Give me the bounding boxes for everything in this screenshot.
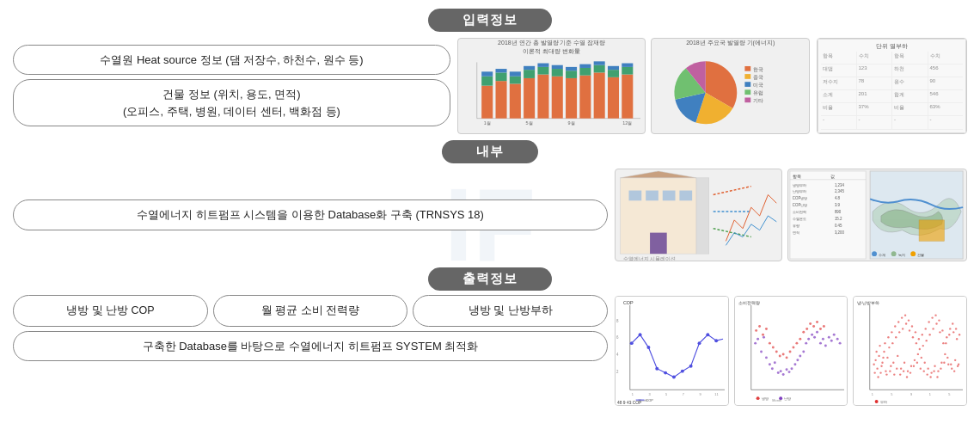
svg-point-140 [805,342,807,345]
svg-text:수계: 수계 [879,253,885,257]
input-badge: 입력정보 [428,9,552,32]
svg-point-138 [799,354,801,357]
svg-point-266 [928,321,930,322]
svg-point-109 [672,376,676,379]
svg-rect-43 [745,82,751,87]
svg-text:부하: 부하 [880,400,887,404]
svg-point-142 [811,334,813,336]
svg-point-202 [905,322,907,324]
svg-point-248 [897,321,899,322]
svg-point-230 [952,331,954,333]
svg-text:중국: 중국 [753,74,763,79]
svg-point-212 [922,345,924,347]
svg-text:수열에너지 시뮬레이션: 수열에너지 시뮬레이션 [622,256,676,261]
svg-point-262 [922,334,923,335]
svg-rect-33 [622,66,633,74]
svg-point-134 [787,371,790,373]
svg-point-129 [773,361,775,364]
svg-point-111 [689,365,693,368]
svg-point-108 [664,371,667,375]
svg-point-132 [781,373,784,376]
svg-text:냉·난방부하: 냉·난방부하 [857,301,879,305]
svg-point-246 [894,325,896,327]
svg-point-177 [779,396,782,400]
svg-point-124 [760,351,763,353]
svg-rect-16 [537,63,548,66]
svg-point-186 [879,355,880,357]
svg-rect-24 [579,67,591,75]
input-section: 입력정보 수열원 Heat source 정보 (댐 저장수, 하천수, 원수 … [13,9,967,135]
svg-rect-51 [696,178,709,254]
svg-text:3,200: 3,200 [835,230,845,235]
svg-point-160 [778,354,781,357]
svg-point-169 [809,322,812,325]
svg-text:유럽: 유럽 [753,90,763,95]
svg-point-128 [770,367,773,370]
svg-rect-82 [919,220,944,242]
svg-rect-11 [524,77,535,118]
svg-text:1월: 1월 [484,120,491,126]
svg-point-232 [956,338,958,340]
svg-point-222 [939,331,940,333]
pie-chart: 2018년 주요국 발열량 기(에너지) 한국 [651,38,810,134]
table-content: 단위 열부하 항목 수치 항목 수치 대댐123하천456 저수지78원수90 … [818,39,966,133]
svg-text:9월: 9월 [568,120,575,126]
svg-point-189 [883,351,885,353]
svg-point-87 [911,251,916,256]
svg-point-172 [819,328,822,330]
input-right-images: 2018년 연간 총 발열량 기준 수열 잠재량이론적 최대량 변화量 [457,36,810,135]
svg-text:항목: 항목 [793,175,801,179]
bar-chart-svg: 1월 5월 9월 12월 [458,57,645,133]
svg-point-184 [875,359,877,361]
svg-point-162 [785,356,787,359]
svg-text:1,234: 1,234 [835,183,845,187]
svg-point-249 [899,373,901,375]
svg-point-167 [802,331,805,334]
svg-point-136 [793,363,796,365]
svg-text:냉방부하: 냉방부하 [793,183,806,187]
svg-rect-5 [495,81,506,118]
input-section-body: 수열원 Heat source 정보 (댐 저장수, 하천수, 원수 등) 건물… [13,36,967,135]
svg-rect-45 [745,89,751,95]
internal-badge: 내부 [442,140,538,163]
power-graph-svg: 소비전력량 [734,297,848,405]
svg-rect-22 [566,66,577,70]
svg-point-126 [765,356,768,359]
svg-point-213 [924,362,926,364]
svg-point-200 [902,328,903,329]
svg-rect-53 [646,191,658,201]
svg-point-139 [802,351,805,353]
svg-point-195 [893,373,895,375]
svg-point-217 [931,371,933,373]
load-graph-svg: 냉·난방부하 [853,297,967,405]
svg-point-237 [879,345,881,347]
svg-text:9: 9 [910,392,912,396]
svg-text:COP냉방: COP냉방 [793,196,808,200]
svg-point-164 [792,347,794,349]
svg-text:COP: COP [623,300,634,305]
svg-point-269 [934,370,935,371]
cop-graph-svg: COP 2 4 6 8 1 3 5 7 9 [615,297,729,405]
svg-point-218 [933,328,934,329]
svg-point-149 [830,340,832,342]
svg-point-214 [926,340,928,341]
svg-text:5월: 5월 [526,120,533,126]
svg-point-235 [876,351,878,353]
svg-text:1: 1 [929,392,931,396]
load-box: 냉방 및 난방부하 [413,295,608,327]
svg-point-194 [891,342,893,344]
svg-text:1: 1 [632,392,634,396]
svg-point-267 [930,376,932,377]
svg-point-161 [781,353,784,355]
svg-point-280 [952,322,953,324]
svg-text:녹지: 녹지 [898,253,905,257]
svg-rect-20 [566,77,577,118]
svg-text:값: 값 [830,175,835,179]
svg-text:미국: 미국 [753,82,763,87]
cop-box: 냉방 및 난방 COP [13,295,208,327]
svg-point-192 [888,347,890,348]
svg-point-271 [936,376,938,377]
svg-rect-14 [537,74,548,118]
svg-text:7: 7 [683,392,684,396]
svg-rect-31 [608,65,619,69]
